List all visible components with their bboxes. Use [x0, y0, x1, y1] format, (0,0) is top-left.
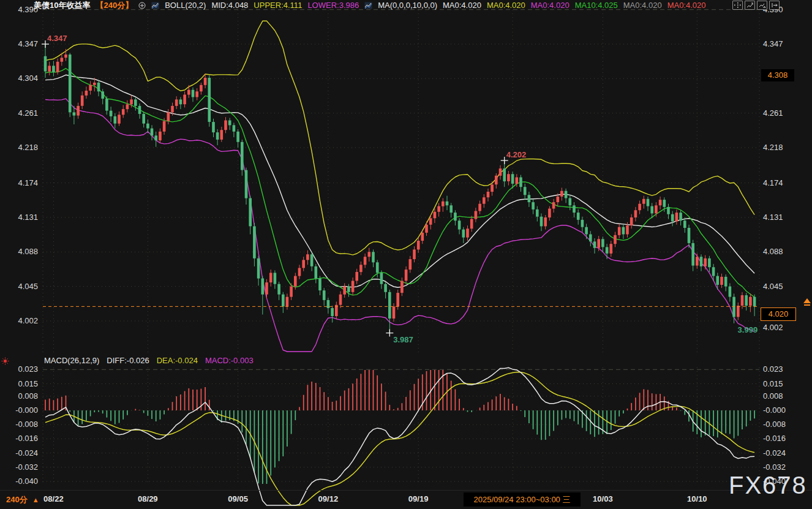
macd-tick-left: -0.040 [0, 477, 38, 486]
time-tick: 09/19 [408, 494, 429, 503]
watermark: FX678 [729, 472, 807, 499]
chart-arrow-right-icon[interactable] [757, 1, 767, 10]
time-tick: 08/22 [43, 494, 64, 503]
ma-indicator-icon[interactable] [364, 2, 372, 9]
ma-value: MA0:4.020 [531, 1, 570, 10]
time-axis[interactable]: 240分▲ 08/2208/2909/0509/1209/1910/0310/1… [0, 490, 812, 509]
macd-tick-left: -0.016 [0, 434, 38, 443]
time-tick: 09/12 [318, 494, 339, 503]
macd-tick-right: 0.023 [763, 364, 783, 374]
chart-arrow-up-icon[interactable] [745, 1, 755, 10]
triangle-up-icon: ▲ [32, 496, 39, 503]
main-legend: 美债10年收益率 【240分】 BOLL(20,2) MID:4.048 UPP… [34, 0, 706, 10]
ma-values: MA0:4.020MA0:4.020MA0:4.020MA10:4.025MA0… [443, 1, 705, 10]
boll-indicator-icon[interactable] [151, 2, 159, 9]
macd-dea-value: DEA:-0.024 [157, 356, 198, 365]
price-tick-left: 4.088 [0, 247, 38, 257]
indicator-settings-icon[interactable] [1, 356, 9, 368]
macd-tick-right: -0.032 [763, 462, 786, 472]
price-tick-left: 4.390 [0, 5, 38, 15]
macd-legend: MACD(26,12,9) DIFF:-0.026 DEA:-0.024 MAC… [44, 356, 254, 365]
time-tick: 09/05 [228, 494, 248, 503]
price-tick-right[interactable]: 4.045 [763, 282, 783, 292]
dot-grid-icon[interactable] [732, 1, 743, 10]
macd-tick-left: 0.015 [0, 379, 38, 389]
price-tick-right[interactable]: 4.174 [763, 178, 783, 188]
boll-label: BOLL(20,2) [165, 1, 206, 10]
ma-value: MA10:4.025 [575, 1, 618, 10]
boll-upper-value: UPPER:4.111 [254, 1, 302, 10]
price-tick-left: 4.304 [0, 74, 38, 83]
time-tick: 08/29 [138, 494, 158, 503]
price-tick-right[interactable]: 4.218 [763, 143, 783, 153]
macd-diff-value: DIFF:-0.026 [107, 356, 149, 365]
time-tick: 10/03 [593, 494, 613, 503]
ma-label: MA(0,0,0,10,0,0) [378, 1, 437, 10]
price-tick-left: 4.002 [0, 316, 38, 326]
price-annotation: 4.202 [506, 150, 527, 159]
price-tick-right[interactable]: 4.261 [763, 108, 783, 118]
price-annotation: 3.999 [738, 325, 758, 334]
price-annotation: 4.347 [47, 34, 67, 43]
boll-lower-value: LOWER:3.986 [307, 1, 359, 10]
trading-chart-window: 美债10年收益率 【240分】 BOLL(20,2) MID:4.048 UPP… [0, 0, 812, 509]
macd-tick-left: 0.008 [0, 391, 38, 401]
price-tick-left: 4.174 [0, 178, 38, 188]
macd-layer [45, 368, 754, 505]
pan-right-icon[interactable] [769, 1, 780, 10]
price-tick-left: 4.261 [0, 108, 38, 118]
macd-name: MACD(26,12,9) [44, 356, 99, 365]
macd-tick-left: -0.000 [0, 405, 38, 415]
macd-tick-left: -0.008 [0, 420, 38, 429]
chart-canvas [0, 0, 812, 509]
ma-value: MA0:4.020 [667, 1, 706, 10]
last-price-line [43, 298, 811, 306]
price-tick-right[interactable]: 4.131 [763, 213, 783, 222]
open-price-badge: 4.308 [761, 69, 794, 81]
macd-tick-right: 0.015 [763, 379, 783, 389]
timeframe-label[interactable]: 【240分】 [96, 0, 133, 11]
time-tick: 10/10 [687, 494, 707, 503]
grid-layer [43, 10, 759, 484]
price-tick-right[interactable]: 4.347 [763, 39, 783, 49]
macd-tick-left: -0.024 [0, 448, 38, 458]
last-price-badge: 4.020 [761, 307, 796, 321]
candles-layer [44, 44, 756, 333]
boll-mid-value: MID:4.048 [211, 1, 248, 10]
macd-tick-right: -0.024 [763, 448, 786, 458]
toolbar-icons [732, 1, 780, 10]
macd-macd-value: MACD:-0.003 [205, 356, 254, 365]
ma-value: MA0:4.020 [623, 1, 662, 10]
price-tick-left: 4.347 [0, 39, 38, 49]
crosshair-markers [42, 40, 508, 337]
ma-value: MA0:4.020 [487, 1, 525, 10]
macd-tick-right: -0.000 [763, 405, 786, 415]
price-annotation: 3.987 [393, 335, 413, 344]
macd-tick-left: -0.032 [0, 462, 38, 472]
price-tick-left: 4.131 [0, 213, 38, 222]
macd-tick-right: -0.008 [763, 420, 786, 429]
price-tick-right[interactable]: 4.002 [763, 323, 783, 333]
add-indicator-icon[interactable] [138, 2, 146, 9]
timeframe-footer-label[interactable]: 240分▲ [6, 494, 39, 505]
price-tick-right[interactable]: 4.088 [763, 247, 783, 257]
selected-candle-date-badge: 2025/09/24 23:00~03:00 三 [464, 492, 581, 507]
macd-tick-right: -0.016 [763, 434, 786, 443]
macd-tick-right: 0.008 [763, 391, 783, 401]
price-tick-left: 4.045 [0, 282, 38, 292]
price-marker-icon [803, 298, 811, 303]
boll-bands-layer [45, 21, 754, 352]
instrument-title: 美债10年收益率 [34, 0, 90, 11]
ma-value: MA0:4.020 [443, 1, 481, 10]
price-tick-left: 4.218 [0, 143, 38, 153]
